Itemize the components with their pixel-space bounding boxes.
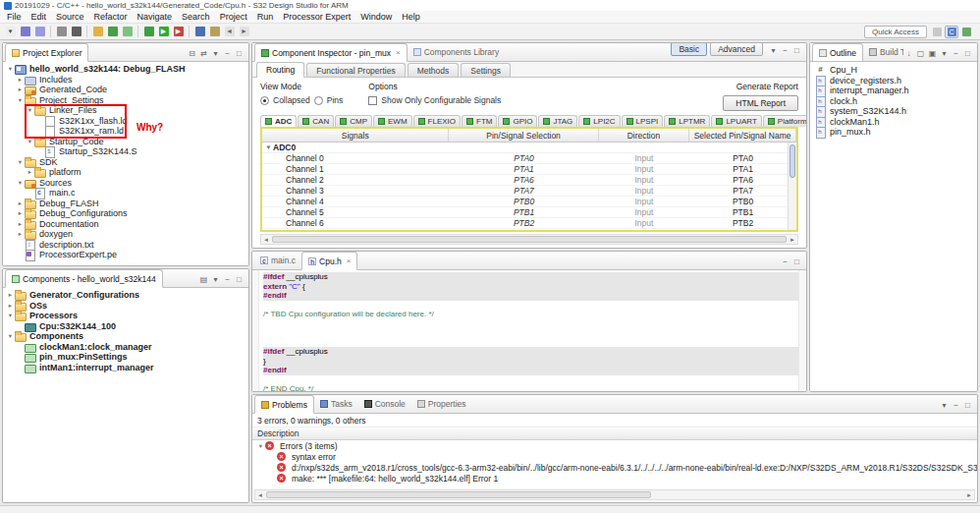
component-item-cpu-s32k144-100[interactable]: Cpu:S32K144_100 (3, 321, 248, 332)
update-code-icon[interactable] (106, 25, 120, 38)
run-icon[interactable]: ▶ (157, 25, 171, 38)
menu-processor-expert[interactable]: Processor Expert (278, 11, 355, 23)
menu-help[interactable]: Help (397, 11, 425, 23)
pin-selection[interactable]: PTB1 (449, 207, 598, 217)
tab-project-explorer[interactable]: Project Explorer (5, 43, 88, 62)
expand-arrow[interactable]: ▸ (6, 291, 15, 299)
outline-item-system-s32k144-h[interactable]: system_S32K144.h (810, 106, 977, 117)
project-item-doxygen[interactable]: ▸doxygen (3, 229, 248, 240)
component-item-generator-configurations[interactable]: ▸Generator_Configurations (3, 290, 248, 301)
project-item-processorexpert-pe[interactable]: ProcessorExpert.pe (3, 250, 248, 260)
expand-arrow[interactable]: ▾ (26, 138, 34, 145)
minimize-icon[interactable]: − (951, 401, 961, 410)
maximize-icon[interactable]: □ (791, 257, 802, 266)
scrollbar-thumb[interactable] (272, 236, 787, 243)
code-line[interactable] (263, 375, 798, 385)
signal-row[interactable]: Channel 1PTA1InputPTA1 (262, 164, 796, 175)
peripheral-tab-adc[interactable]: ADC (260, 115, 297, 127)
expand-arrow[interactable]: ▾ (6, 332, 15, 340)
table-vertical-scrollbar[interactable] (788, 142, 796, 230)
menu-run[interactable]: Run (252, 11, 279, 23)
signal-row[interactable]: Channel 3PTA7InputPTA7 (262, 186, 796, 197)
outline-tab-outline[interactable]: Outline (812, 43, 863, 61)
project-item-linker-files[interactable]: ▾Linker_Files (3, 105, 248, 116)
peripheral-tab-ftm[interactable]: FTM (462, 115, 497, 127)
editor-tab-cpu-h[interactable]: hCpu.h× (301, 252, 357, 270)
basic-button[interactable]: Basic (671, 42, 707, 56)
minimize-icon[interactable]: − (780, 257, 790, 266)
outline-item-cpu-h[interactable]: Cpu_H (810, 65, 977, 76)
expand-arrow[interactable]: ▾ (16, 96, 25, 104)
close-icon[interactable]: × (345, 256, 352, 265)
menu-edit[interactable]: Edit (27, 11, 52, 23)
outline-item-interrupt-manager-h[interactable]: interrupt_manager.h (810, 86, 977, 96)
signal-row[interactable]: Channel 5PTB1InputPTB1 (262, 207, 796, 218)
expand-arrow[interactable]: ▸ (6, 302, 15, 310)
editor-tab-main-c[interactable]: cmain.c (254, 252, 301, 269)
build-icon[interactable] (55, 25, 69, 38)
project-item-sources[interactable]: ▾Sources (3, 178, 248, 189)
component-item-intman1-interrupt-manager[interactable]: intMan1:interrupt_manager (3, 363, 248, 373)
scroll-left-icon[interactable]: ◄ (261, 237, 271, 243)
hide-fields-icon[interactable]: ▢ (915, 49, 926, 58)
back-icon[interactable]: ◄ (223, 25, 237, 38)
signal-row[interactable]: Channel 4PTB0InputPTB0 (262, 197, 796, 207)
cpp-perspective-icon[interactable]: C (945, 26, 958, 38)
subtab-routing[interactable]: Routing (256, 62, 304, 78)
project-item-includes[interactable]: ▸Includes (3, 75, 248, 86)
outline-tab-build-targets[interactable]: Build Targets (863, 43, 903, 61)
minimize-icon[interactable]: − (780, 46, 790, 55)
peripheral-tab-lptmr[interactable]: LPTMR (664, 115, 710, 127)
code-line[interactable] (263, 328, 798, 338)
problems-tab-properties[interactable]: Properties (411, 395, 472, 413)
open-perspective-icon[interactable] (930, 26, 944, 38)
component-item-clockman1-clock-manager[interactable]: clockMan1:clock_manager (3, 342, 248, 353)
scrollbar-thumb[interactable] (789, 144, 795, 178)
search-icon[interactable] (193, 25, 207, 38)
minimize-icon[interactable]: − (222, 275, 233, 284)
peripheral-tab-gpio[interactable]: GPIO (498, 115, 537, 127)
expand-arrow[interactable]: ▾ (256, 442, 265, 450)
scroll-left-icon[interactable]: ◄ (255, 492, 265, 498)
pin-selection[interactable]: PTA0 (449, 153, 598, 163)
problem-row[interactable]: d:/nxp/s32ds_arm_v2018.r1/cross_tools/gc… (252, 462, 977, 473)
peripheral-tab-platform[interactable]: Platform (763, 115, 807, 127)
expand-arrow[interactable]: ▸ (16, 230, 25, 238)
expand-arrow[interactable]: ▾ (16, 179, 25, 187)
outline-item-clock-h[interactable]: clock.h (810, 96, 977, 107)
column-header-pin-signal-selection[interactable]: Pin/Signal Selection (449, 129, 598, 142)
subtab-methods[interactable]: Methods (408, 63, 460, 77)
project-item-generated-code[interactable]: ▸Generated_Code (3, 85, 248, 95)
view-menu-icon[interactable]: ▾ (768, 46, 779, 55)
debug-icon[interactable] (142, 25, 156, 38)
code-line[interactable]: /* TBD Cpu configuration will be declare… (263, 310, 798, 319)
signal-row[interactable]: Channel 6PTB2InputPTB2 (262, 218, 796, 229)
peripheral-tab-ewm[interactable]: EWM (373, 115, 412, 127)
html-report-button[interactable]: HTML Report (723, 95, 798, 111)
maximize-icon[interactable]: □ (962, 49, 973, 58)
problem-row[interactable]: make: *** [makefile:64: hello_world_s32k… (252, 473, 977, 484)
problems-tab-problems[interactable]: Problems (254, 395, 314, 414)
code-line[interactable] (263, 319, 798, 329)
collapse-all-icon[interactable]: ⊟ (187, 49, 197, 58)
expand-arrow[interactable]: ▸ (26, 168, 34, 176)
problem-row[interactable]: ▾Errors (3 items) (252, 440, 977, 451)
view-mode-option-pins[interactable]: Pins (314, 95, 344, 105)
link-editor-icon[interactable]: ⇄ (198, 49, 209, 58)
code-line[interactable]: #endif (263, 291, 798, 301)
component-item-components[interactable]: ▾Components (3, 331, 248, 342)
project-item-startup-code[interactable]: ▾Startup_Code (3, 137, 248, 147)
project-item-debug-configurations[interactable]: ▸Debug_Configurations (3, 208, 248, 219)
external-tools-icon[interactable]: ▶ (172, 25, 186, 38)
code-line[interactable] (263, 338, 798, 348)
peripheral-tab-lpspi[interactable]: LPSPI (622, 115, 664, 127)
table-horizontal-scrollbar[interactable]: ◄ ► (260, 234, 798, 245)
menu-window[interactable]: Window (355, 11, 397, 23)
pin-selection[interactable]: PTA7 (449, 186, 598, 196)
radio-pins[interactable] (314, 96, 323, 105)
code-line[interactable]: #ifdef __cplusplus (263, 272, 798, 282)
pin-selection[interactable]: PTA1 (449, 164, 598, 174)
peripheral-tab-lpuart[interactable]: LPUART (711, 115, 761, 127)
menu-refactor[interactable]: Refactor (89, 11, 133, 23)
column-header-selected-pin-signal-name[interactable]: Selected Pin/Signal Name (689, 129, 796, 142)
